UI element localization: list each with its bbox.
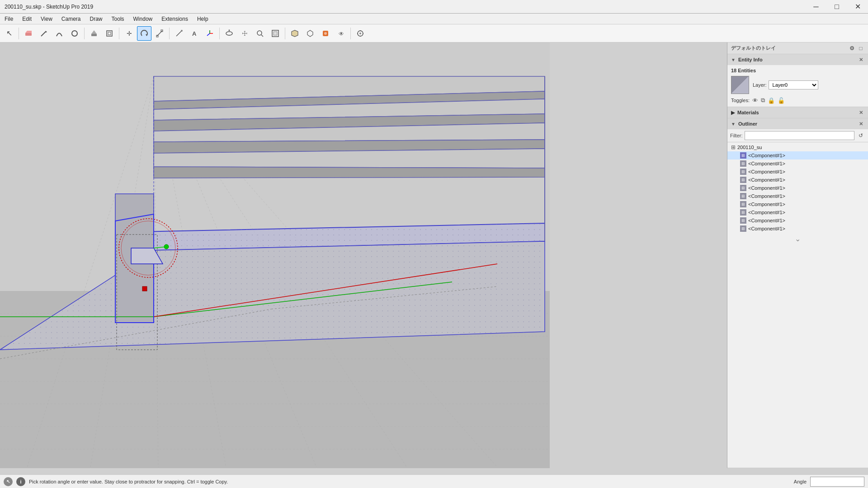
menubar: File Edit View Camera Draw Tools Window … <box>0 14 868 24</box>
materials-title: Materials <box>737 110 759 115</box>
toolbar: ↖ ✛ A ☩ <box>0 24 868 42</box>
text-button[interactable]: A <box>187 26 202 41</box>
outliner-child-item-4[interactable]: ⊞ <Component#1> <box>727 176 868 184</box>
menu-camera[interactable]: Camera <box>57 14 85 24</box>
camera-settings-button[interactable] <box>353 26 368 41</box>
section-plane-button[interactable] <box>288 26 302 41</box>
outliner-child-item-5[interactable]: ⊞ <Component#1> <box>727 184 868 192</box>
toolbar-sep-4 <box>169 28 170 39</box>
materials-button[interactable] <box>318 26 333 41</box>
tray-expand-button[interactable]: □ <box>857 45 864 52</box>
close-button[interactable]: ✕ <box>847 0 868 14</box>
menu-draw[interactable]: Draw <box>85 14 107 24</box>
outliner-title: Outliner <box>738 121 757 127</box>
outliner-tree-body: ⊞ 200110_su ⊞ <Component#1> ⊞ <Component… <box>727 142 868 468</box>
angle-label: Angle <box>794 479 807 484</box>
outliner-child-item-1[interactable]: ⊞ <Component#1> <box>727 151 868 160</box>
svg-text:👁: 👁 <box>339 31 344 37</box>
svg-marker-6 <box>91 30 97 34</box>
select-tool-button[interactable]: ↖ <box>2 26 16 41</box>
outliner-child-item-3[interactable]: ⊞ <Component#1> <box>727 168 868 176</box>
circle-tool-button[interactable] <box>67 26 82 41</box>
materials-header[interactable]: ▶ Materials ✕ <box>727 107 868 118</box>
svg-rect-5 <box>91 34 97 36</box>
tray-settings-button[interactable]: ⚙ <box>848 45 855 52</box>
receive-shadows-toggle[interactable]: 🔓 <box>778 97 785 104</box>
component-icon-9: ⊞ <box>740 217 746 224</box>
menu-help[interactable]: Help <box>193 14 213 24</box>
minimize-button[interactable]: ─ <box>806 0 826 14</box>
pencil-tool-button[interactable] <box>37 26 51 41</box>
menu-edit[interactable]: Edit <box>18 14 36 24</box>
status-info-icon[interactable]: i <box>16 477 25 486</box>
outliner-child-label-3: <Component#1> <box>748 169 785 174</box>
viewport[interactable] <box>0 42 550 468</box>
outliner-child-label-6: <Component#1> <box>748 193 785 199</box>
toolbar-sep-1 <box>19 28 19 39</box>
outliner-arrow: ▼ <box>731 122 736 127</box>
outliner-refresh-button[interactable]: ↺ <box>856 131 865 140</box>
component-icon-3: ⊞ <box>740 169 746 175</box>
visibility-toggle[interactable]: 👁 <box>752 97 758 104</box>
entity-color-swatch <box>731 76 749 94</box>
outliner-filter-row: Filter: ↺ <box>727 129 868 142</box>
lock-toggle[interactable]: ⧉ <box>761 97 765 104</box>
pan-button[interactable]: ☩ <box>237 26 252 41</box>
axes-button[interactable] <box>203 26 217 41</box>
entity-count: 18 Entities <box>731 68 864 73</box>
maximize-button[interactable]: □ <box>826 0 847 14</box>
svg-rect-7 <box>107 31 112 36</box>
components-button[interactable] <box>303 26 317 41</box>
menu-extensions[interactable]: Extensions <box>157 14 193 24</box>
outliner-child-item-6[interactable]: ⊞ <Component#1> <box>727 192 868 200</box>
svg-marker-61 <box>154 167 545 178</box>
outliner-child-label-10: <Component#1> <box>748 226 785 231</box>
outliner-filter-input[interactable] <box>745 131 855 140</box>
svg-point-20 <box>226 32 232 35</box>
arc-tool-button[interactable] <box>52 26 66 41</box>
outliner-child-item-9[interactable]: ⊞ <Component#1> <box>727 216 868 225</box>
rotate-button[interactable] <box>137 26 151 41</box>
eraser-tool-button[interactable] <box>21 26 36 41</box>
menu-window[interactable]: Window <box>129 14 157 24</box>
toggles-label: Toggles: <box>731 98 750 103</box>
entity-info-header[interactable]: ▼ Entity Info ✕ <box>727 54 868 65</box>
outliner-child-item-8[interactable]: ⊞ <Component#1> <box>727 208 868 216</box>
outliner-child-label-4: <Component#1> <box>748 177 785 183</box>
status-select-icon[interactable]: ↖ <box>4 477 13 486</box>
outliner-child-item-2[interactable]: ⊞ <Component#1> <box>727 160 868 168</box>
outliner-child-label-8: <Component#1> <box>748 210 785 215</box>
toolbar-sep-7 <box>350 28 351 39</box>
outliner-root-item[interactable]: ⊞ 200110_su <box>727 143 868 151</box>
scale-button[interactable] <box>152 26 167 41</box>
outliner-child-item-7[interactable]: ⊞ <Component#1> <box>727 200 868 208</box>
toolbar-sep-5 <box>219 28 220 39</box>
svg-text:A: A <box>192 30 197 37</box>
component-icon-7: ⊞ <box>740 201 746 207</box>
materials-close[interactable]: ✕ <box>857 109 864 116</box>
cast-shadows-toggle[interactable]: 🔒 <box>768 97 775 104</box>
menu-view[interactable]: View <box>36 14 57 24</box>
scroll-down-indicator: ⌄ <box>727 234 868 244</box>
walk-tool-button[interactable]: 👁 <box>334 26 348 41</box>
tape-button[interactable] <box>172 26 186 41</box>
zoom-extents-button[interactable] <box>268 26 283 41</box>
outliner-child-item-10[interactable]: ⊞ <Component#1> <box>727 225 868 233</box>
outliner-header[interactable]: ▼ Outliner ✕ <box>727 118 868 129</box>
orbit-button[interactable] <box>222 26 236 41</box>
menu-file[interactable]: File <box>0 14 18 24</box>
layer-select[interactable]: Layer0 <box>769 80 818 89</box>
outliner-close[interactable]: ✕ <box>857 120 864 127</box>
entity-info-close[interactable]: ✕ <box>857 56 864 63</box>
push-pull-button[interactable] <box>87 26 101 41</box>
angle-input[interactable] <box>810 477 864 487</box>
entity-info-section: ▼ Entity Info ✕ 18 Entities Layer: Layer… <box>727 54 868 107</box>
outliner-child-label-1: <Component#1> <box>748 153 785 158</box>
outliner-child-label-2: <Component#1> <box>748 161 785 166</box>
outliner-child-label-9: <Component#1> <box>748 218 785 223</box>
zoom-button[interactable] <box>253 26 267 41</box>
offset-button[interactable] <box>102 26 117 41</box>
materials-arrow: ▶ <box>731 110 735 116</box>
menu-tools[interactable]: Tools <box>107 14 129 24</box>
move-button[interactable]: ✛ <box>122 26 136 41</box>
